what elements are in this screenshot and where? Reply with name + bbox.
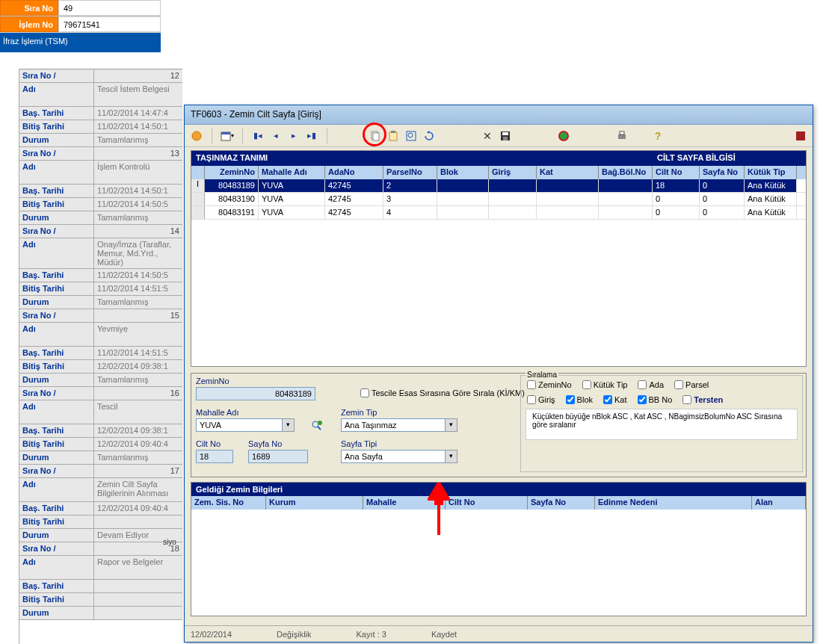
chk-zeminno[interactable] xyxy=(527,380,536,389)
list-item[interactable]: Bitiş Tarihi xyxy=(19,515,182,529)
list-item[interactable]: AdıYevmiye xyxy=(19,323,182,347)
sayfatipi-combo[interactable] xyxy=(341,450,446,463)
list-item[interactable]: AdıTescil İstem Belgesi xyxy=(19,83,182,107)
list-item[interactable]: Bitiş Tarihi11/02/2014 14:50:5 xyxy=(19,198,182,211)
list-item[interactable]: Baş. Tarihi11/02/2014 14:47:4 xyxy=(19,107,182,120)
globe-icon[interactable] xyxy=(556,129,571,143)
list-item[interactable]: Sıra No /18 xyxy=(19,542,182,556)
calendar-icon[interactable]: ▾ xyxy=(220,129,235,143)
list-item[interactable]: Baş. Tarihi11/02/2014 14:50:5 xyxy=(19,269,182,282)
col-bagbol[interactable]: Bağ.Böl.No xyxy=(599,166,653,179)
chk-tersten[interactable] xyxy=(682,395,691,404)
col-parselno[interactable]: ParselNo xyxy=(383,166,437,179)
col-mahalle2[interactable]: Mahalle xyxy=(363,496,446,510)
col-mahalle[interactable]: Mahalle Adı xyxy=(259,166,325,179)
list-item[interactable]: AdıRapor ve Belgeler xyxy=(19,556,182,580)
chevron-down-icon[interactable]: ▾ xyxy=(283,418,295,432)
nav-first-icon[interactable]: ▮◂ xyxy=(250,129,265,143)
list-item[interactable]: AdıTescil xyxy=(19,400,182,424)
list-item[interactable]: Bitiş Tarihi11/02/2014 14:50:1 xyxy=(19,120,182,134)
find-icon[interactable] xyxy=(404,129,419,143)
list-item[interactable]: Sıra No /12 xyxy=(19,69,182,83)
col-kat[interactable]: Kat xyxy=(537,166,599,179)
list-item[interactable]: Sıra No /15 xyxy=(19,309,182,323)
list-item[interactable]: Bitiş Tarihi12/02/2014 09:38:1 xyxy=(19,360,182,374)
list-item[interactable]: DurumTamamlanmış xyxy=(19,134,182,147)
copy-icon[interactable] xyxy=(368,129,383,143)
geldigi-zemin-grid[interactable]: Geldiği Zemin Bilgileri Zem. Sis. No Kur… xyxy=(191,482,807,616)
ciltno-field[interactable] xyxy=(196,450,233,463)
chk-giris[interactable] xyxy=(527,395,536,404)
table-row[interactable]: 80483191YUVA42745400Ana Kütük xyxy=(191,206,806,220)
nav-prev-icon[interactable]: ◂ xyxy=(268,129,283,143)
col-sayfano2[interactable]: Sayfa No xyxy=(528,496,595,510)
mahalle-lookup-icon[interactable] xyxy=(309,418,324,433)
row-label: Durum xyxy=(19,451,94,464)
close-icon[interactable] xyxy=(793,129,808,143)
list-item[interactable]: Baş. Tarihi11/02/2014 14:50:1 xyxy=(19,185,182,198)
zemintip-combo[interactable] xyxy=(341,418,446,432)
list-item[interactable]: Sıra No /14 xyxy=(19,225,182,238)
paste-icon[interactable] xyxy=(386,129,401,143)
help-icon[interactable]: ? xyxy=(650,129,665,143)
cell: YUVA xyxy=(259,179,325,192)
col-giris[interactable]: Giriş xyxy=(489,166,537,179)
chevron-down-icon[interactable]: ▾ xyxy=(446,418,457,432)
list-item[interactable]: DurumTamamlanmış xyxy=(19,211,182,225)
col-alan[interactable]: Alan xyxy=(752,496,806,510)
col-kurum[interactable]: Kurum xyxy=(266,496,363,510)
nav-next-icon[interactable]: ▸ xyxy=(286,129,301,143)
col-ciltno[interactable]: Cilt No xyxy=(653,166,700,179)
row-label: Baş. Tarihi xyxy=(19,347,94,359)
list-item[interactable]: Sıra No /16 xyxy=(19,387,182,400)
cell: 3 xyxy=(383,193,437,205)
list-item[interactable]: Baş. Tarihi xyxy=(19,580,182,593)
list-item[interactable]: Sıra No /13 xyxy=(19,147,182,161)
list-item[interactable]: Bitiş Tarihi12/02/2014 09:40:4 xyxy=(19,438,182,451)
list-item[interactable]: DurumTamamlanmış xyxy=(19,451,182,465)
col-edinme[interactable]: Edinme Nedeni xyxy=(595,496,752,510)
col-kutuktip[interactable]: Kütük Tip xyxy=(745,166,797,179)
list-item[interactable]: Bitiş Tarihi xyxy=(19,593,182,607)
nav-last-icon[interactable]: ▸▮ xyxy=(304,129,319,143)
tasinmaz-grid[interactable]: TAŞINMAZ TANIMI CİLT SAYFA BİLGİSİ Zemin… xyxy=(191,150,807,367)
list-item[interactable]: DurumTamamlanmış xyxy=(19,374,182,387)
mahalle-combo[interactable] xyxy=(196,418,283,432)
col-adano[interactable]: AdaNo xyxy=(325,166,383,179)
tescile-checkbox[interactable] xyxy=(360,388,369,397)
chk-blok[interactable] xyxy=(566,395,575,404)
chk-parsel[interactable] xyxy=(674,380,683,389)
col-blok[interactable]: Blok xyxy=(437,166,489,179)
save-icon[interactable] xyxy=(498,129,513,143)
table-row[interactable]: I80483189YUVA427452180Ana Kütük xyxy=(191,179,806,193)
list-item[interactable]: Durum xyxy=(19,607,182,620)
col-ciltno2[interactable]: Cilt No xyxy=(446,496,528,510)
list-item[interactable]: DurumTamamlanmış xyxy=(19,296,182,309)
col-zeminno[interactable]: ZeminNo xyxy=(205,166,259,179)
list-item[interactable]: DurumDevam Ediyor xyxy=(19,529,182,542)
list-item[interactable]: AdıZemin Cilt Sayfa Bilgilerinin Alınmas… xyxy=(19,478,182,502)
chevron-down-icon[interactable]: ▾ xyxy=(446,450,457,463)
row-value: 12/02/2014 09:38:1 xyxy=(94,360,182,373)
col-sayfano[interactable]: Sayfa No xyxy=(700,166,745,179)
delete-icon[interactable]: ✕ xyxy=(480,129,495,143)
table-row[interactable]: 80483190YUVA42745300Ana Kütük xyxy=(191,193,806,206)
list-item[interactable]: Baş. Tarihi11/02/2014 14:51:5 xyxy=(19,347,182,360)
refresh-icon[interactable] xyxy=(422,129,437,143)
chk-bbno[interactable] xyxy=(638,395,647,404)
list-item[interactable]: Adıİşlem Kontrolü xyxy=(19,161,182,185)
chk-kutuktip[interactable] xyxy=(582,380,591,389)
list-item[interactable]: Bitiş Tarihi11/02/2014 14:51:5 xyxy=(19,282,182,296)
siralama-group: Sıralama ZeminNo Kütük Tip Ada Parsel Gi… xyxy=(520,375,803,472)
chk-ada[interactable] xyxy=(638,380,647,389)
row-value: 12 xyxy=(94,69,182,82)
list-item[interactable]: Baş. Tarihi12/02/2014 09:38:1 xyxy=(19,424,182,438)
list-item[interactable]: AdıOnay/İmza (Taraflar, Memur, Md.Yrd., … xyxy=(19,238,182,269)
list-item[interactable]: Sıra No /17 xyxy=(19,465,182,478)
sayfano-field[interactable] xyxy=(248,450,308,463)
col-zemsisno[interactable]: Zem. Sis. No xyxy=(191,496,266,510)
list-item[interactable]: Baş. Tarihi12/02/2014 09:40:4 xyxy=(19,502,182,515)
print-icon[interactable] xyxy=(614,129,629,143)
row-label: Sıra No / xyxy=(19,69,94,82)
chk-kat[interactable] xyxy=(603,395,612,404)
